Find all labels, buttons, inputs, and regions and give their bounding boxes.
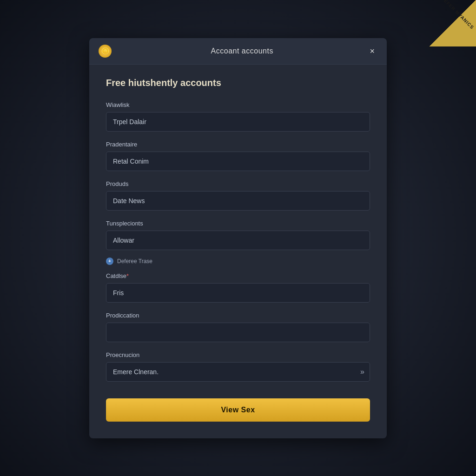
modal-header: 🪙 Accoant accounts × [89, 38, 387, 65]
input-prodiccation[interactable] [106, 323, 370, 342]
label-wiawlisk: Wiawlisk [106, 101, 370, 108]
field-pradentaire: Pradentaire [106, 141, 370, 171]
input-tunsplecionts[interactable] [106, 231, 370, 250]
plus-icon: + [108, 258, 111, 264]
corner-badge-text: DEFER MYANICS [440, 0, 475, 30]
submit-button[interactable]: View Sex [106, 398, 370, 422]
label-pradentaire: Pradentaire [106, 141, 370, 148]
helper-icon: + [106, 258, 113, 265]
label-proecnucion: Proecnucion [106, 351, 370, 358]
arrow-icon: » [360, 368, 364, 376]
corner-badge: DEFER MYANICS [430, 0, 476, 46]
close-button[interactable]: × [367, 46, 377, 56]
input-proecnucion[interactable] [106, 362, 370, 382]
input-pradentaire[interactable] [106, 152, 370, 171]
input-wiawlisk[interactable] [106, 112, 370, 132]
input-wrapper-proecnucion: » [106, 362, 370, 382]
label-prodiccation: Prodiccation [106, 312, 370, 319]
modal-body: Free hiutshently accounts Wiawlisk Prade… [89, 65, 387, 438]
modal-overlay: 🪙 Accoant accounts × Free hiutshently ac… [0, 0, 476, 476]
field-prodiccation: Prodiccation [106, 312, 370, 342]
modal-icon: 🪙 [99, 45, 112, 58]
input-produds[interactable] [106, 191, 370, 211]
helper-row: + Deferee Trase [106, 258, 370, 265]
label-catdlse: Catdlse* [106, 272, 370, 279]
modal-title: Accoant accounts [117, 47, 367, 55]
input-catdlse[interactable] [106, 283, 370, 303]
helper-text: Deferee Trase [117, 258, 152, 264]
form-heading: Free hiutshently accounts [106, 78, 370, 88]
field-catdlse: Catdlse* [106, 272, 370, 303]
label-produds: Produds [106, 180, 370, 187]
field-wiawlisk: Wiawlisk [106, 101, 370, 132]
modal-dialog: 🪙 Accoant accounts × Free hiutshently ac… [89, 38, 387, 438]
label-tunsplecionts: Tunsplecionts [106, 220, 370, 227]
required-marker: * [126, 272, 129, 279]
field-proecnucion: Proecnucion » [106, 351, 370, 382]
field-produds: Produds [106, 180, 370, 211]
coin-icon: 🪙 [101, 47, 109, 55]
field-tunsplecionts: Tunsplecionts [106, 220, 370, 250]
